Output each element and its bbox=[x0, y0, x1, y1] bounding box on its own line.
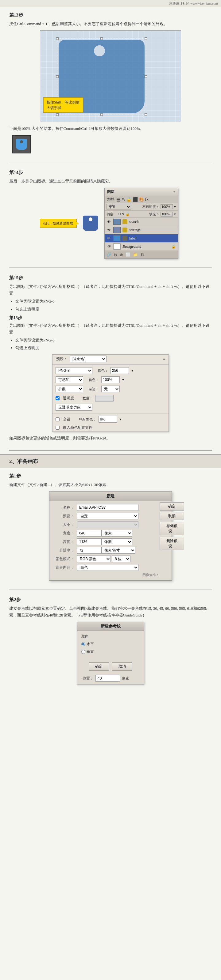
layers-opacity-input[interactable] bbox=[160, 204, 173, 209]
format-select[interactable]: PNG-8 bbox=[56, 367, 92, 374]
new-dialog-preset-select[interactable]: 自定 bbox=[77, 513, 138, 519]
layer-item-label[interactable]: 👁 label bbox=[105, 234, 178, 243]
interlaced-label: 交错 bbox=[63, 417, 70, 422]
step15-text1-content: 导出图标（文件>存储为Web所用格式...）（译者注：此处快捷键为CTRL/Co… bbox=[9, 284, 210, 296]
guide-horizontal-label[interactable]: 水平 bbox=[81, 641, 94, 647]
layers-adjustment-icon[interactable]: ⊕ bbox=[120, 252, 123, 257]
section2-step2: 第2步 建立参考线以帮助元素位置确定。点击视图>新建参考线。我们将水平参考线在1… bbox=[0, 592, 221, 690]
step15-text1: 导出图标（文件>存储为Web所用格式...）（译者注：此处快捷键为CTRL/Co… bbox=[9, 283, 212, 312]
format-row: PNG-8 颜色： ▾ bbox=[53, 366, 168, 375]
amount-input[interactable] bbox=[95, 395, 114, 401]
fill-label: 填充： bbox=[149, 212, 159, 216]
layer-item-settings[interactable]: 👁 settings bbox=[105, 226, 178, 234]
tag-icon-preview bbox=[16, 139, 27, 150]
layers-mode-select[interactable]: 穿透 bbox=[107, 204, 131, 210]
layers-mask-icon[interactable]: ⬜ bbox=[125, 252, 130, 257]
layers-trash-icon[interactable]: 🗑 bbox=[140, 252, 144, 257]
transparency-checkbox[interactable] bbox=[56, 396, 59, 400]
layers-fx-icon[interactable]: fx bbox=[114, 252, 117, 257]
web-snap-input[interactable] bbox=[99, 416, 117, 423]
step15-section: 第15步 导出图标（文件>存储为Web所用格式...）（译者注：此处快捷键为CT… bbox=[0, 270, 221, 447]
section2-step1-title: 第1步 bbox=[9, 473, 212, 479]
new-dialog-ok-btn[interactable]: 确定 bbox=[160, 502, 184, 511]
layer-item-background[interactable]: 👁 Background 🔒 bbox=[105, 243, 178, 251]
no-transparency-select[interactable]: 无透明度仿色 bbox=[56, 404, 92, 411]
guide-cancel-btn[interactable]: 取消 bbox=[112, 662, 132, 671]
embed-color-label: 嵌入颜色配置文件 bbox=[63, 425, 92, 430]
new-dialog-bg-select[interactable]: 白色 bbox=[77, 564, 138, 571]
layers-fill-input[interactable] bbox=[160, 212, 173, 216]
position-input[interactable] bbox=[96, 675, 120, 682]
new-dialog-resolution-unit[interactable]: 像素/英寸 bbox=[102, 547, 135, 554]
dither-input[interactable] bbox=[101, 376, 120, 383]
matte-label: 杂边： bbox=[89, 387, 99, 391]
new-dialog-height-unit[interactable]: 像素 bbox=[102, 538, 132, 545]
new-dialog-width-unit[interactable]: 像素 bbox=[102, 530, 132, 536]
new-dialog-bg-row: 背景内容： 白色 bbox=[56, 564, 165, 571]
layer-thumb-background bbox=[113, 243, 121, 250]
top-bar: 思路设计社区 www.viser-icps.com bbox=[0, 0, 221, 7]
guide-orientation-label: 取向 bbox=[81, 634, 89, 639]
perceptual-row: 可感知 仿色： ▾ bbox=[53, 375, 168, 384]
amount-label: 数量： bbox=[83, 396, 93, 401]
section2-title: 2、准备画布 bbox=[9, 458, 38, 464]
new-dialog: 新建 名称： 预设： 自定 bbox=[49, 491, 172, 581]
new-dialog-delete-preset-btn[interactable]: 删除预设... bbox=[160, 537, 184, 550]
position-unit: 像素 bbox=[122, 676, 129, 681]
layers-opacity-label: 不透明度： bbox=[143, 205, 159, 209]
new-dialog-width-input[interactable] bbox=[77, 530, 102, 536]
guide-vertical-radio[interactable] bbox=[81, 650, 85, 654]
guide-horizontal-text: 水平 bbox=[86, 641, 94, 647]
step13-illustration: 按住Shift，等比例放大该形状 bbox=[9, 30, 212, 122]
interlaced-checkbox[interactable] bbox=[56, 417, 59, 422]
diffusion-row: 扩散 杂边： 无 bbox=[53, 384, 168, 393]
layers-header-icons: ≡ bbox=[173, 190, 175, 194]
layer-eye-background[interactable]: 👁 bbox=[107, 244, 111, 249]
new-dialog-height-input[interactable] bbox=[77, 538, 102, 545]
new-dialog-name-label: 名称： bbox=[56, 505, 77, 510]
dither-arrow: ▾ bbox=[122, 378, 124, 382]
preset-select[interactable]: [未命名] bbox=[70, 356, 107, 362]
layers-header: 图层 ≡ bbox=[105, 188, 178, 196]
step15-sub-title: 第15步 bbox=[9, 315, 212, 321]
layer-eye-settings[interactable]: 👁 bbox=[107, 228, 111, 232]
guide-vertical-label[interactable]: 垂直 bbox=[81, 649, 94, 654]
interlaced-row: 交错 Web 靠色： ▾ bbox=[53, 415, 168, 424]
new-dialog-bit-depth-select[interactable]: 8 位 bbox=[112, 555, 130, 562]
layer-lock-icon: 🔒 bbox=[171, 244, 176, 249]
layer-eye-search[interactable]: 👁 bbox=[107, 219, 111, 224]
layer-thumb-label bbox=[113, 235, 121, 241]
colors-arrow: ▾ bbox=[131, 368, 133, 373]
diffusion-select[interactable]: 扩散 bbox=[56, 385, 83, 392]
layers-link-icon[interactable]: 🔗 bbox=[107, 252, 111, 257]
section2-step2-text: 建立参考线以帮助元素位置确定。点击视图>新建参考线。我们将水平参考线在15, 3… bbox=[9, 605, 212, 619]
step15-text2-content: 导出图标（文件>存储为Web所用格式...）（译者注：此处快捷键为CTRL/Co… bbox=[9, 323, 210, 334]
step13-result-preview bbox=[9, 135, 212, 153]
new-dialog-resolution-input[interactable] bbox=[77, 547, 102, 554]
new-dialog-resolution-label: 分辨率： bbox=[56, 548, 77, 553]
new-dialog-name-row: 名称： bbox=[56, 504, 165, 511]
step15-list1-item2: 勾选上透明度 bbox=[15, 306, 212, 313]
layers-bottom-bar: 🔗 fx ⊕ ⬜ 📁 🗑 bbox=[105, 251, 178, 258]
new-dialog-buttons: 确定 取消 存储预设... 删除预设... bbox=[160, 491, 184, 550]
guide-horizontal-radio[interactable] bbox=[81, 642, 85, 646]
layers-panel-title: 图层 bbox=[107, 189, 114, 194]
new-dialog-cancel-btn[interactable]: 取消 bbox=[160, 512, 184, 520]
layer-eye-label[interactable]: 👁 bbox=[107, 236, 111, 241]
new-dialog-save-preset-btn[interactable]: 存储预设... bbox=[160, 522, 184, 535]
colors-input[interactable] bbox=[110, 367, 129, 374]
layer-item-search[interactable]: 👁 search bbox=[105, 218, 178, 226]
preset-menu-icon[interactable]: ≡ bbox=[163, 356, 165, 362]
layer-name-background: Background bbox=[122, 244, 141, 249]
perceptual-select[interactable]: 可感知 bbox=[56, 376, 83, 383]
size-info: 图像大小： bbox=[56, 573, 165, 577]
step15-list2-item1: 文件类型设置为PNG-8 bbox=[15, 337, 212, 344]
matte-select[interactable]: 无 bbox=[101, 385, 120, 392]
layers-folder-icon[interactable]: 📁 bbox=[133, 252, 138, 257]
new-dialog-name-input[interactable] bbox=[77, 504, 138, 511]
handle-tm bbox=[100, 37, 103, 40]
new-dialog-color-mode-select[interactable]: RGB 颜色 bbox=[77, 555, 111, 562]
step13-canvas: 按住Shift，等比例放大该形状 bbox=[40, 30, 181, 122]
embed-color-checkbox[interactable] bbox=[56, 426, 59, 430]
guide-ok-btn[interactable]: 确定 bbox=[89, 662, 109, 671]
